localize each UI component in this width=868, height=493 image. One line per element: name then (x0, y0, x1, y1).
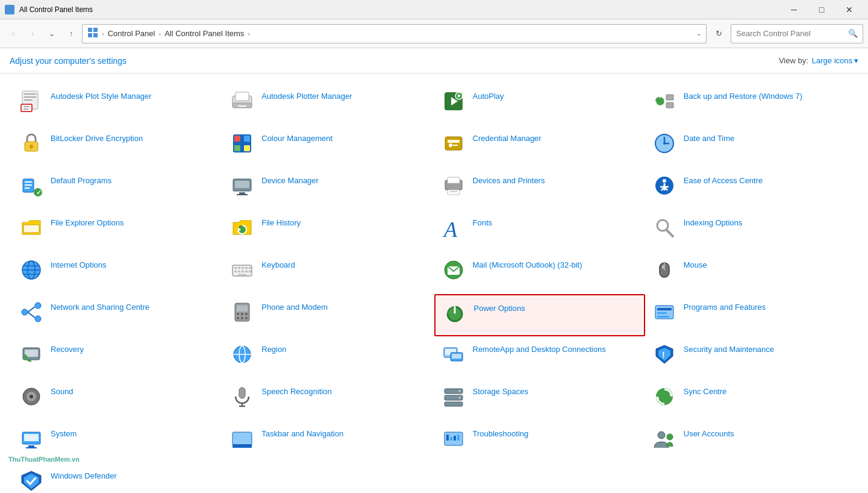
item-indexing-options[interactable]: Indexing Options (645, 210, 856, 252)
search-box[interactable]: 🔍 (731, 24, 863, 43)
svg-rect-12 (21, 104, 32, 111)
item-ease-of-access[interactable]: Ease of Access Centre (645, 168, 856, 210)
item-fonts[interactable]: AFonts (434, 210, 645, 252)
fonts-icon: A (442, 216, 466, 240)
ease-of-access-icon (652, 174, 676, 198)
item-credential-manager[interactable]: Credential Manager (434, 125, 645, 168)
window-controls: ─ □ ✕ (780, 0, 863, 19)
user-accounts-icon (652, 427, 676, 451)
backup-restore-icon (652, 89, 676, 113)
item-default-programs[interactable]: ✓Default Programs (12, 168, 223, 210)
svg-rect-142 (233, 444, 252, 448)
item-file-explorer-options[interactable]: File Explorer Options (12, 210, 223, 252)
sound-icon (19, 385, 43, 409)
svg-rect-138 (24, 434, 39, 441)
forward-button[interactable]: › (24, 25, 41, 42)
item-backup-restore[interactable]: Back up and Restore (Windows 7) (645, 83, 856, 125)
address-dropdown-arrow[interactable]: ⌄ (696, 30, 701, 37)
item-autodesk-plotter-manager[interactable]: Autodesk Plotter Manager (223, 83, 434, 125)
refresh-button[interactable]: ↻ (709, 24, 728, 43)
svg-point-37 (449, 143, 452, 147)
autodesk-plotter-manager-icon (230, 89, 254, 113)
back-button[interactable]: ‹ (5, 25, 22, 42)
storage-spaces-icon (442, 385, 466, 409)
item-phone-modem[interactable]: Phone and Modem (223, 294, 434, 336)
svg-rect-97 (237, 306, 248, 312)
svg-point-133 (458, 397, 461, 399)
item-sync-centre[interactable]: Sync Centre (645, 378, 856, 421)
item-security-maintenance[interactable]: !Security and Maintenance (645, 336, 856, 378)
item-file-history[interactable]: File History (223, 210, 434, 252)
item-autodesk-plot-style[interactable]: Autodesk Plot Style Manager (12, 83, 223, 125)
svg-rect-7 (93, 33, 98, 37)
svg-rect-84 (249, 271, 251, 272)
maximize-button[interactable]: □ (808, 0, 835, 19)
svg-point-134 (656, 388, 673, 405)
programs-features-label: Programs and Features (684, 300, 766, 313)
item-speech-recognition[interactable]: Speech Recognition (223, 378, 434, 421)
svg-text:A: A (443, 218, 458, 239)
item-bitlocker[interactable]: BitLocker Drive Encryption (12, 125, 223, 168)
svg-rect-147 (457, 435, 460, 441)
item-recovery[interactable]: Recovery (12, 336, 223, 378)
item-autoplay[interactable]: AutoPlay (434, 83, 645, 125)
item-date-time[interactable]: Date and Time (645, 125, 856, 168)
item-internet-options[interactable]: Internet Options (12, 252, 223, 294)
phone-modem-icon (230, 300, 254, 324)
close-button[interactable]: ✕ (835, 0, 863, 19)
keyboard-label: Keyboard (261, 258, 295, 271)
default-programs-icon: ✓ (19, 174, 43, 198)
security-maintenance-icon: ! (652, 342, 676, 366)
svg-rect-54 (448, 177, 460, 183)
fonts-label: Fonts (473, 216, 493, 228)
item-colour-management[interactable]: Colour Management (223, 125, 434, 168)
view-by-value[interactable]: Large icons ▾ (812, 56, 858, 65)
address-box[interactable]: › Control Panel › All Control Panel Item… (82, 24, 707, 43)
backup-restore-label: Back up and Restore (Windows 7) (684, 89, 802, 102)
item-network-sharing[interactable]: Network and Sharing Centre (12, 294, 223, 336)
svg-point-58 (663, 179, 666, 183)
svg-point-92 (35, 303, 41, 309)
item-region[interactable]: Region (223, 336, 434, 378)
svg-rect-90 (662, 265, 664, 269)
file-history-icon (230, 216, 254, 240)
svg-rect-3 (10, 10, 13, 13)
item-sound[interactable]: Sound (12, 378, 223, 421)
item-user-accounts[interactable]: User Accounts (645, 421, 856, 463)
item-troubleshooting[interactable]: Troubleshooting (434, 421, 645, 463)
system-icon (19, 427, 43, 451)
item-programs-features[interactable]: Programs and Features (645, 294, 856, 336)
svg-point-102 (241, 317, 243, 319)
svg-rect-79 (249, 267, 251, 269)
speech-recognition-icon (230, 385, 254, 409)
svg-rect-31 (234, 136, 240, 142)
svg-rect-77 (242, 267, 244, 269)
item-storage-spaces[interactable]: Storage Spaces (434, 378, 645, 421)
item-keyboard[interactable]: Keyboard (223, 252, 434, 294)
svg-rect-109 (657, 316, 669, 318)
dropdown-nav-button[interactable]: ⌄ (43, 25, 60, 42)
internet-options-label: Internet Options (51, 258, 107, 271)
network-sharing-icon (19, 300, 43, 324)
up-button[interactable]: ↑ (63, 25, 80, 42)
svg-rect-29 (31, 146, 33, 149)
item-power-options[interactable]: Power Options (434, 294, 645, 336)
item-devices-printers[interactable]: Devices and Printers (434, 168, 645, 210)
search-input[interactable] (736, 29, 846, 38)
item-taskbar-navigation[interactable]: Taskbar and Navigation (223, 421, 434, 463)
svg-rect-4 (88, 28, 92, 32)
recovery-label: Recovery (51, 342, 84, 355)
item-mail-outlook[interactable]: Mail (Microsoft Outlook) (32-bit) (434, 252, 645, 294)
watermark: ThuThuatPhanMem.vn (6, 454, 82, 464)
address-sep1: › (102, 30, 104, 37)
item-windows-defender[interactable]: Windows Defender (12, 463, 223, 493)
item-remoteapp[interactable]: RemoteApp and Desktop Connections (434, 336, 645, 378)
svg-rect-26 (666, 102, 673, 108)
devices-printers-label: Devices and Printers (473, 174, 545, 186)
svg-point-99 (241, 313, 243, 315)
indexing-options-label: Indexing Options (684, 216, 743, 228)
svg-rect-6 (88, 33, 92, 37)
item-mouse[interactable]: Mouse (645, 252, 856, 294)
minimize-button[interactable]: ─ (780, 0, 808, 19)
item-device-manager[interactable]: Device Manager (223, 168, 434, 210)
